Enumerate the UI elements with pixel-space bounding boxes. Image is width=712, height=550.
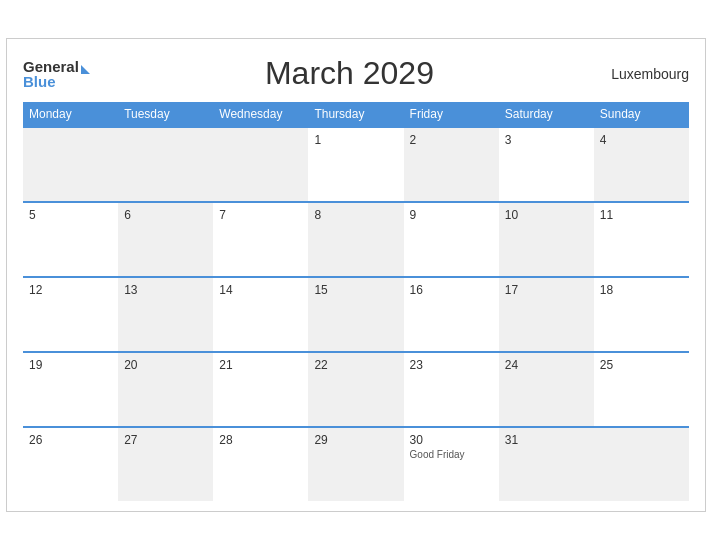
day-header-friday: Friday: [404, 102, 499, 126]
day-cell: 2: [404, 128, 499, 201]
day-number: 25: [600, 358, 683, 372]
day-header-thursday: Thursday: [308, 102, 403, 126]
day-cell: 24: [499, 353, 594, 426]
day-cell: 14: [213, 278, 308, 351]
day-cell: 17: [499, 278, 594, 351]
day-number: 1: [314, 133, 397, 147]
day-number: 20: [124, 358, 207, 372]
day-number: 24: [505, 358, 588, 372]
day-number: 26: [29, 433, 112, 447]
day-cell: 11: [594, 203, 689, 276]
day-number: 16: [410, 283, 493, 297]
holiday-label: Good Friday: [410, 449, 493, 460]
day-number: 11: [600, 208, 683, 222]
calendar: General Blue March 2029 Luxembourg Monda…: [6, 38, 706, 512]
day-number: 10: [505, 208, 588, 222]
calendar-header: General Blue March 2029 Luxembourg: [23, 55, 689, 92]
day-cell: 4: [594, 128, 689, 201]
day-number: 30: [410, 433, 493, 447]
day-cell: 7: [213, 203, 308, 276]
day-header-sunday: Sunday: [594, 102, 689, 126]
day-number: 13: [124, 283, 207, 297]
day-cell: 19: [23, 353, 118, 426]
day-number: 8: [314, 208, 397, 222]
day-number: 19: [29, 358, 112, 372]
day-cell: [23, 128, 118, 201]
day-cell: 30Good Friday: [404, 428, 499, 501]
day-cell: 10: [499, 203, 594, 276]
calendar-country: Luxembourg: [609, 66, 689, 82]
logo: General Blue: [23, 59, 90, 89]
day-cell: 15: [308, 278, 403, 351]
logo-triangle-icon: [81, 65, 90, 74]
day-cell: 27: [118, 428, 213, 501]
week-row-1: 1234: [23, 126, 689, 201]
day-number: 3: [505, 133, 588, 147]
week-row-4: 19202122232425: [23, 351, 689, 426]
day-number: 6: [124, 208, 207, 222]
day-number: 2: [410, 133, 493, 147]
day-header-wednesday: Wednesday: [213, 102, 308, 126]
day-number: 14: [219, 283, 302, 297]
day-cell: 6: [118, 203, 213, 276]
day-cell: 21: [213, 353, 308, 426]
day-cell: 16: [404, 278, 499, 351]
day-number: 21: [219, 358, 302, 372]
day-cell: [118, 128, 213, 201]
week-row-3: 12131415161718: [23, 276, 689, 351]
day-cell: [213, 128, 308, 201]
day-header-monday: Monday: [23, 102, 118, 126]
day-cell: 26: [23, 428, 118, 501]
day-cell: [594, 428, 689, 501]
day-number: 9: [410, 208, 493, 222]
calendar-grid: 1234567891011121314151617181920212223242…: [23, 126, 689, 501]
logo-blue: Blue: [23, 74, 90, 89]
day-number: 17: [505, 283, 588, 297]
day-number: 28: [219, 433, 302, 447]
day-cell: 28: [213, 428, 308, 501]
day-cell: 3: [499, 128, 594, 201]
day-cell: 29: [308, 428, 403, 501]
day-number: 31: [505, 433, 588, 447]
day-number: 29: [314, 433, 397, 447]
day-number: 4: [600, 133, 683, 147]
day-number: 27: [124, 433, 207, 447]
day-cell: 20: [118, 353, 213, 426]
day-header-saturday: Saturday: [499, 102, 594, 126]
day-number: 22: [314, 358, 397, 372]
day-number: 15: [314, 283, 397, 297]
day-cell: 9: [404, 203, 499, 276]
day-cell: 13: [118, 278, 213, 351]
week-row-5: 2627282930Good Friday31: [23, 426, 689, 501]
day-cell: 25: [594, 353, 689, 426]
day-number: 5: [29, 208, 112, 222]
day-cell: 23: [404, 353, 499, 426]
day-cell: 22: [308, 353, 403, 426]
calendar-title: March 2029: [90, 55, 609, 92]
day-cell: 1: [308, 128, 403, 201]
day-cell: 31: [499, 428, 594, 501]
day-cell: 5: [23, 203, 118, 276]
day-number: 18: [600, 283, 683, 297]
logo-general: General: [23, 59, 79, 74]
day-header-tuesday: Tuesday: [118, 102, 213, 126]
week-row-2: 567891011: [23, 201, 689, 276]
day-number: 23: [410, 358, 493, 372]
day-number: 12: [29, 283, 112, 297]
day-headers-row: MondayTuesdayWednesdayThursdayFridaySatu…: [23, 102, 689, 126]
day-cell: 8: [308, 203, 403, 276]
day-number: 7: [219, 208, 302, 222]
day-cell: 18: [594, 278, 689, 351]
day-cell: 12: [23, 278, 118, 351]
